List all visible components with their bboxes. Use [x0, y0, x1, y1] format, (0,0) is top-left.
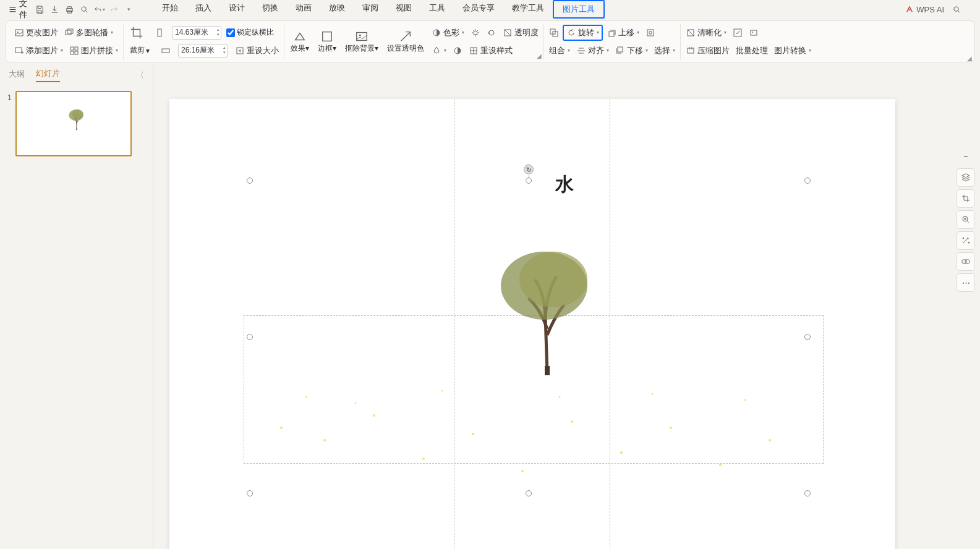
- resize-handle-se[interactable]: [804, 490, 811, 496]
- compress-button[interactable]: 压缩图片: [683, 43, 732, 59]
- resize-handle-ne[interactable]: [804, 177, 811, 184]
- svg-rect-60: [962, 260, 966, 263]
- svg-rect-58: [688, 48, 694, 53]
- print-preview-icon[interactable]: [78, 3, 90, 15]
- style-dialog-launcher[interactable]: ◢: [537, 53, 542, 59]
- size-dialog-launcher[interactable]: ◢: [967, 55, 972, 62]
- height-spinner[interactable]: ▴▾: [217, 27, 219, 37]
- wps-ai-label: WPS AI: [916, 5, 944, 14]
- collapse-panel-icon[interactable]: 〈: [136, 70, 144, 81]
- transparency-button[interactable]: 透明度: [500, 25, 541, 41]
- change-image-button[interactable]: 更改图片: [12, 25, 61, 41]
- float-magic-button[interactable]: [957, 231, 975, 250]
- lock-ratio-checkbox[interactable]: 锁定纵横比: [226, 27, 274, 38]
- batch-button[interactable]: 批量处理: [733, 43, 770, 59]
- save-icon[interactable]: [33, 3, 46, 15]
- slide-canvas[interactable]: 水 ↻ − ⋯: [153, 64, 980, 549]
- svg-rect-61: [965, 260, 969, 263]
- rotate-button[interactable]: 旋转▾: [563, 25, 603, 41]
- tab-member[interactable]: 会员专享: [454, 0, 503, 19]
- svg-rect-53: [618, 47, 623, 52]
- multi-outline-button[interactable]: 多图轮播▾: [62, 25, 116, 41]
- svg-rect-25: [67, 6, 71, 8]
- rotate-handle[interactable]: ↻: [524, 164, 534, 174]
- float-collapse-button[interactable]: −: [957, 147, 975, 166]
- resize-handle-sw[interactable]: [247, 490, 253, 496]
- width-input[interactable]: 26.16厘米▴▾: [178, 44, 228, 57]
- selection-pane-button[interactable]: [643, 25, 658, 41]
- tab-animation[interactable]: 动画: [287, 0, 320, 19]
- slide: 水 ↻: [169, 99, 895, 549]
- effect-button[interactable]: 效果▾: [287, 30, 313, 54]
- format-button[interactable]: [746, 25, 761, 41]
- crop-button[interactable]: 裁剪▾: [126, 45, 153, 56]
- group-button[interactable]: 组合▾: [547, 43, 573, 59]
- outline-tab[interactable]: 大纲: [9, 69, 25, 82]
- float-more-button[interactable]: ⋯: [957, 273, 975, 292]
- float-zoom-button[interactable]: [957, 210, 975, 229]
- tab-view[interactable]: 视图: [387, 0, 420, 19]
- selected-image[interactable]: ↻: [250, 181, 807, 493]
- file-label: 文件: [19, 0, 27, 20]
- add-image-button[interactable]: 添加图片▾: [12, 43, 66, 59]
- wps-ai-button[interactable]: WPS AI: [905, 5, 944, 14]
- tab-tools[interactable]: 工具: [420, 0, 454, 19]
- resize-handle-nw[interactable]: [247, 177, 253, 184]
- resize-handle-n[interactable]: [526, 177, 532, 184]
- sharpen-button[interactable]: 清晰化▾: [683, 25, 729, 41]
- tab-home[interactable]: 开始: [153, 0, 187, 19]
- check-button[interactable]: [730, 25, 745, 41]
- reset-size-button[interactable]: 重设大小: [232, 43, 281, 59]
- print-icon[interactable]: [63, 3, 75, 15]
- tab-design[interactable]: 设计: [220, 0, 254, 19]
- tab-insert[interactable]: 插入: [187, 0, 220, 19]
- search-icon[interactable]: [950, 3, 963, 15]
- convert-button[interactable]: 图片转换▾: [772, 43, 814, 59]
- crop-shape-button[interactable]: [126, 26, 147, 40]
- svg-rect-37: [75, 51, 78, 54]
- svg-rect-41: [323, 32, 332, 41]
- svg-rect-52: [647, 30, 654, 36]
- tab-slideshow[interactable]: 放映: [320, 0, 354, 19]
- svg-point-28: [953, 6, 958, 11]
- image-puzzle-button[interactable]: 图片拼接▾: [67, 43, 121, 59]
- group-icon-button[interactable]: [547, 25, 561, 41]
- move-down-button[interactable]: 下移▾: [613, 43, 650, 59]
- float-link-button[interactable]: [957, 252, 975, 271]
- export-icon[interactable]: [48, 3, 61, 15]
- reset-style-button[interactable]: 重设样式: [466, 43, 515, 59]
- select-button[interactable]: 选择▾: [652, 43, 678, 59]
- float-layers-button[interactable]: [957, 168, 975, 187]
- redo-icon[interactable]: [108, 3, 120, 15]
- svg-rect-32: [67, 29, 73, 33]
- resize-handle-s[interactable]: [526, 490, 532, 496]
- remove-bg-button[interactable]: 抠除背景▾: [341, 30, 382, 54]
- slides-tab[interactable]: 幻灯片: [36, 68, 60, 82]
- qat-more-icon[interactable]: ▾: [122, 3, 135, 15]
- svg-rect-56: [751, 30, 757, 35]
- width-spinner[interactable]: ▴▾: [223, 45, 226, 55]
- tab-teaching[interactable]: 教学工具: [503, 0, 553, 19]
- file-menu[interactable]: 文件: [5, 0, 31, 22]
- slide-number: 1: [7, 93, 12, 102]
- resize-handle-w[interactable]: [247, 334, 253, 340]
- undo-icon[interactable]: ▾: [93, 3, 105, 15]
- recolor-button[interactable]: ▾: [429, 43, 449, 59]
- tab-picture-tools[interactable]: 图片工具: [553, 0, 605, 19]
- slide-thumbnail-1[interactable]: [15, 91, 132, 156]
- tab-review[interactable]: 审阅: [354, 0, 387, 19]
- svg-rect-39: [162, 49, 169, 53]
- contrast-button[interactable]: [450, 43, 465, 59]
- color-button[interactable]: 色彩▾: [429, 25, 467, 41]
- tab-transition[interactable]: 切换: [254, 0, 287, 19]
- move-up-button[interactable]: 上移▾: [604, 25, 642, 41]
- set-transparent-button[interactable]: 设置透明色: [383, 30, 428, 54]
- resize-handle-e[interactable]: [804, 334, 811, 340]
- brightness-button[interactable]: [468, 25, 483, 41]
- float-crop-button[interactable]: [957, 189, 975, 208]
- rotate-view-button[interactable]: [484, 25, 499, 41]
- height-input[interactable]: 14.63厘米▴▾: [172, 26, 221, 40]
- border-button[interactable]: 边框▾: [314, 30, 340, 54]
- svg-rect-33: [15, 48, 22, 53]
- align-button[interactable]: 对齐▾: [574, 43, 611, 59]
